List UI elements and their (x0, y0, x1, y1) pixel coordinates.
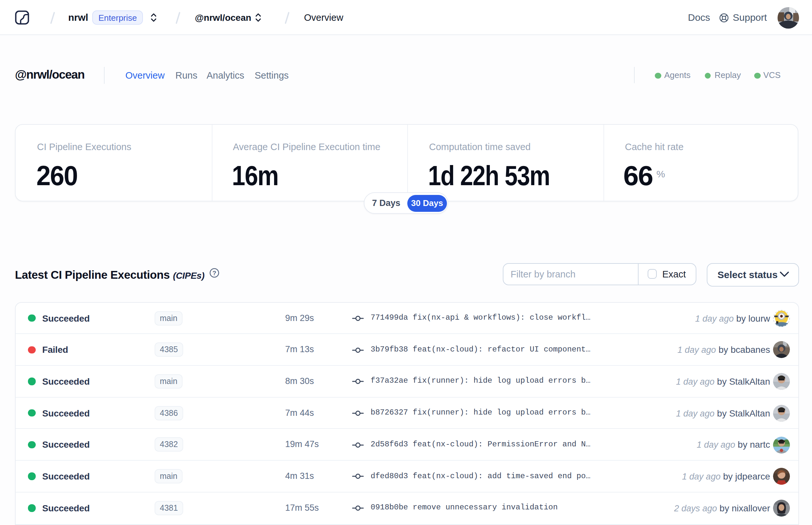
svg-text:?: ? (212, 269, 216, 276)
